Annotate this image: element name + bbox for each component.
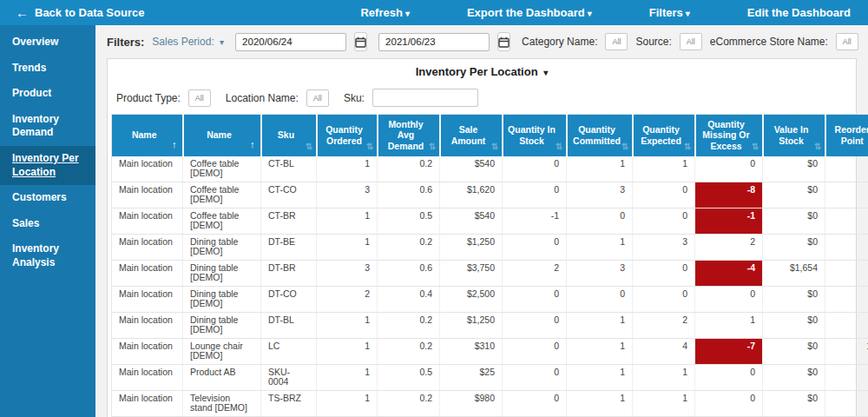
cell: 1	[317, 156, 378, 182]
sales-period-dropdown[interactable]: Sales Period: ▾	[152, 36, 224, 48]
cell: $0	[763, 182, 825, 208]
topbar-menu-edit-the-dashboard[interactable]: Edit the Dashboard	[747, 6, 851, 19]
cell: 3	[317, 260, 378, 286]
column-header-sku[interactable]: Sku⇅	[261, 115, 317, 156]
sidebar-item-trends[interactable]: Trends	[0, 56, 95, 82]
cell: Dining table [DEMO]	[183, 234, 261, 260]
category-name-select[interactable]: All	[605, 33, 628, 50]
date-from-input[interactable]	[235, 33, 346, 51]
cell: 1	[695, 312, 763, 338]
date-to-input[interactable]	[378, 33, 490, 51]
cell: -4	[695, 260, 763, 286]
topbar-menu-refresh[interactable]: Refresh▾	[360, 6, 409, 19]
table-row: Main locationDining table [DEMO]DT-BE10.…	[112, 234, 868, 260]
column-header-name[interactable]: Name↑	[183, 115, 261, 156]
cell: 0	[567, 286, 633, 312]
cell: $25	[440, 364, 503, 390]
column-header-reorder-point[interactable]: Reorder Point⇅	[825, 115, 868, 156]
table-row: Main locationDining table [DEMO]DT-BR30.…	[112, 260, 868, 286]
column-header-monthly-avg-demand[interactable]: Monthly Avg Demand⇅	[378, 115, 440, 156]
caret-down-icon: ▾	[588, 9, 592, 18]
cell: 0.4	[378, 286, 440, 312]
sidebar-item-inventory-demand[interactable]: Inventory Demand	[0, 107, 95, 146]
column-label: Sku	[278, 129, 294, 140]
caret-down-icon: ▾	[405, 9, 410, 18]
cell: CT-BR	[261, 208, 317, 234]
column-header-sale-amount[interactable]: Sale Amount⇅	[440, 115, 503, 156]
cell: LC	[261, 338, 317, 364]
source-select[interactable]: All	[680, 33, 702, 50]
back-to-data-source-button[interactable]: ← Back to Data Source	[16, 6, 144, 19]
sort-icon: ⇅	[684, 142, 691, 152]
cell: 0.2	[378, 234, 440, 260]
cell: $0	[763, 364, 825, 390]
sidebar-item-overview[interactable]: Overview	[0, 30, 95, 56]
cell: 3	[825, 260, 868, 286]
topbar-menu-export-the-dashboard[interactable]: Export the Dashboard▾	[467, 6, 592, 19]
cell: 0	[503, 364, 567, 390]
column-header-value-in-stock[interactable]: Value In Stock⇅	[763, 115, 825, 156]
sku-input[interactable]	[372, 89, 478, 107]
sidebar-item-inventory-analysis[interactable]: Inventory Analysis	[0, 236, 95, 275]
column-label: Value In Stock	[774, 124, 809, 146]
column-header-quantity-missing-or-excess[interactable]: Quantity Missing Or Excess⇅	[695, 115, 763, 156]
cell: -7	[695, 338, 763, 364]
sidebar-item-inventory-per-location[interactable]: Inventory Per Location	[0, 146, 95, 185]
calendar-from-button[interactable]	[354, 32, 367, 51]
cell: 1	[317, 208, 378, 234]
cell: 0	[633, 260, 695, 286]
inventory-panel: Inventory Per Location ▾ Product Type: A…	[107, 58, 857, 417]
cell: -8	[695, 182, 763, 208]
cell: DT-BR	[261, 260, 317, 286]
location-name-label: Location Name:	[226, 92, 299, 104]
location-name-select[interactable]: All	[306, 89, 329, 107]
cell: 0	[503, 286, 567, 312]
cell: Product AB	[183, 364, 261, 390]
sidebar-item-sales[interactable]: Sales	[0, 211, 95, 237]
calendar-to-button[interactable]	[497, 32, 510, 51]
table-row: Main locationDining table [DEMO]DT-BL10.…	[112, 312, 868, 338]
calendar-icon	[355, 36, 366, 48]
cell: Main location	[112, 312, 183, 338]
category-name-label: Category Name:	[522, 36, 597, 48]
column-label: Quantity Ordered	[326, 124, 363, 146]
table-row: Main locationCoffee table [DEMO]CT-BR10.…	[112, 208, 868, 234]
topbar-menu-filters[interactable]: Filters▾	[649, 6, 690, 19]
cell: 0.2	[378, 312, 440, 338]
column-header-name[interactable]: Name↑	[112, 115, 183, 156]
sort-icon: ⇅	[429, 142, 436, 152]
cell: 3	[567, 260, 633, 286]
cell: 4	[633, 338, 695, 364]
cell: 0.5	[378, 208, 440, 234]
store-name-select[interactable]: All	[836, 33, 858, 50]
column-header-quantity-expected[interactable]: Quantity Expected⇅	[633, 115, 695, 156]
cell: 1	[567, 364, 633, 390]
sidebar-item-product[interactable]: Product	[0, 81, 95, 107]
cell: 10	[825, 338, 868, 364]
panel-title-dropdown[interactable]: Inventory Per Location ▾	[108, 59, 856, 81]
product-type-select[interactable]: All	[188, 89, 211, 107]
cell: 0.6	[378, 182, 440, 208]
cell: 0	[695, 156, 763, 182]
cell: Main location	[112, 208, 183, 234]
cell: DT-CO	[261, 286, 317, 312]
cell: 0	[503, 338, 567, 364]
sidebar-item-customers[interactable]: Customers	[0, 185, 95, 211]
cell: SKU-0004	[261, 364, 317, 390]
cell: 3	[633, 234, 695, 260]
cell: Coffee table [DEMO]	[183, 182, 261, 208]
cell: 5	[825, 182, 868, 208]
column-header-quantity-in-stock[interactable]: Quantity In Stock⇅	[503, 115, 567, 156]
table-row: Main locationCoffee table [DEMO]CT-BL10.…	[112, 156, 868, 182]
cell: 1	[317, 338, 378, 364]
column-label: Name	[207, 129, 232, 140]
column-header-quantity-committed[interactable]: Quantity Committed⇅	[567, 115, 633, 156]
sidebar: OverviewTrendsProductInventory DemandInv…	[0, 25, 95, 417]
column-header-quantity-ordered[interactable]: Quantity Ordered⇅	[317, 115, 378, 156]
cell: $540	[440, 208, 503, 234]
cell: 0	[567, 208, 633, 234]
cell: $0	[763, 338, 825, 364]
cell: 0	[503, 182, 567, 208]
sub-filter-bar: Product Type: All Location Name: All Sku…	[108, 81, 856, 113]
cell: Coffee table [DEMO]	[183, 156, 261, 182]
